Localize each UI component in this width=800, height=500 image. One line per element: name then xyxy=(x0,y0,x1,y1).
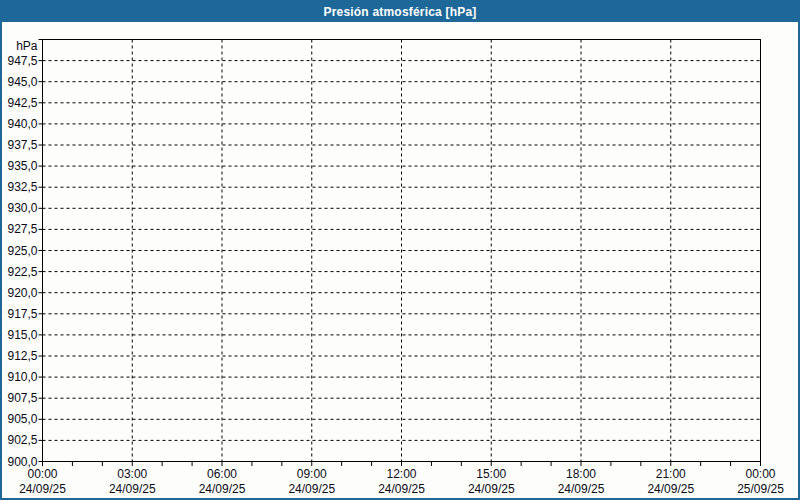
x-time-label: 00:00 xyxy=(745,467,775,481)
y-tick-label: 925,0 xyxy=(7,244,37,258)
x-axis-labels: 00:0024/09/2503:0024/09/2506:0024/09/250… xyxy=(19,467,784,496)
x-time-label: 06:00 xyxy=(207,467,237,481)
y-tick-label: 927,5 xyxy=(7,222,37,236)
x-time-label: 03:00 xyxy=(117,467,147,481)
x-date-label: 24/09/25 xyxy=(199,482,246,496)
x-date-label: 24/09/25 xyxy=(647,482,694,496)
y-axis-unit-label: hPa xyxy=(16,39,38,53)
pressure-chart-canvas: hPa947,5945,0942,5940,0937,5935,0932,593… xyxy=(2,22,798,498)
pressure-chart-window: Presión atmosférica [hPa] hPa947,5945,09… xyxy=(0,0,800,500)
y-axis-labels: hPa947,5945,0942,5940,0937,5935,0932,593… xyxy=(7,39,37,469)
axis-ticks xyxy=(39,40,761,467)
x-time-label: 00:00 xyxy=(27,467,57,481)
y-tick-label: 905,0 xyxy=(7,412,37,426)
x-time-label: 15:00 xyxy=(476,467,506,481)
y-tick-label: 910,0 xyxy=(7,370,37,384)
y-tick-label: 935,0 xyxy=(7,159,37,173)
x-time-label: 18:00 xyxy=(566,467,596,481)
y-tick-label: 922,5 xyxy=(7,265,37,279)
x-time-label: 21:00 xyxy=(656,467,686,481)
x-date-label: 24/09/25 xyxy=(378,482,425,496)
x-date-label: 24/09/25 xyxy=(109,482,156,496)
chart-title: Presión atmosférica [hPa] xyxy=(323,5,476,19)
y-tick-label: 902,5 xyxy=(7,433,37,447)
y-tick-label: 907,5 xyxy=(7,391,37,405)
x-date-label: 24/09/25 xyxy=(468,482,515,496)
x-time-label: 12:00 xyxy=(386,467,416,481)
grid-lines xyxy=(43,40,761,462)
y-tick-label: 942,5 xyxy=(7,96,37,110)
chart-title-bar: Presión atmosférica [hPa] xyxy=(2,2,798,22)
y-tick-label: 930,0 xyxy=(7,201,37,215)
y-tick-label: 912,5 xyxy=(7,349,37,363)
y-tick-label: 932,5 xyxy=(7,180,37,194)
y-tick-label: 945,0 xyxy=(7,75,37,89)
x-date-label: 25/09/25 xyxy=(737,482,784,496)
y-tick-label: 937,5 xyxy=(7,138,37,152)
x-date-label: 24/09/25 xyxy=(288,482,335,496)
x-date-label: 24/09/25 xyxy=(19,482,66,496)
y-tick-label: 915,0 xyxy=(7,328,37,342)
y-tick-label: 917,5 xyxy=(7,307,37,321)
y-tick-label: 947,5 xyxy=(7,54,37,68)
y-tick-label: 920,0 xyxy=(7,286,37,300)
x-date-label: 24/09/25 xyxy=(558,482,605,496)
x-time-label: 09:00 xyxy=(297,467,327,481)
y-tick-label: 940,0 xyxy=(7,117,37,131)
